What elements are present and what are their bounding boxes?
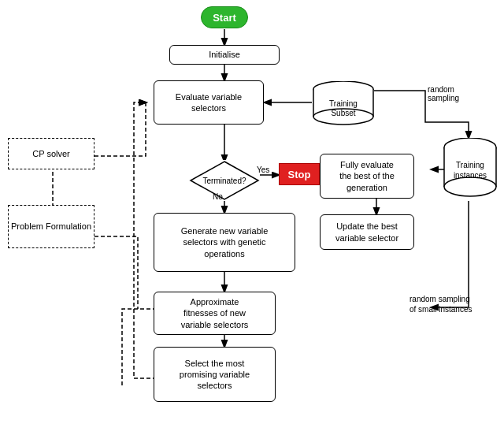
no-label: No	[213, 192, 223, 201]
start-label: Start	[213, 12, 236, 24]
training-instances-cylinder: Training instances	[443, 138, 498, 201]
svg-text:instances: instances	[454, 171, 487, 180]
initialise-label: Initialise	[209, 49, 240, 60]
fully-evaluate-box: Fully evaluate the best of the generatio…	[320, 154, 414, 199]
svg-text:Terminated?: Terminated?	[202, 177, 246, 185]
svg-text:Subset: Subset	[331, 109, 355, 117]
select-most-box: Select the most promising variable selec…	[154, 347, 276, 402]
training-subset-cylinder: Training Subset	[312, 81, 375, 125]
update-best-box: Update the best variable selector	[320, 214, 414, 250]
start-button[interactable]: Start	[201, 6, 248, 28]
flowchart: Start Initialise Evaluate variable selec…	[0, 0, 504, 424]
approximate-box: Approximate fitnesses of new variable se…	[154, 292, 276, 335]
cp-solver-box: CP solver	[8, 138, 94, 169]
random-sampling-small-label: random sampling of small instances	[410, 284, 472, 314]
approximate-label: Approximate fitnesses of new variable se…	[181, 296, 249, 330]
cp-solver-label: CP solver	[32, 148, 69, 159]
training-instances-shape: Training instances	[443, 138, 504, 424]
yes-label: Yes	[257, 166, 269, 174]
generate-new-box: Generate new variable selectors with gen…	[154, 213, 295, 272]
fully-evaluate-label: Fully evaluate the best of the generatio…	[339, 159, 395, 193]
svg-text:Training: Training	[329, 99, 358, 108]
select-most-label: Select the most promising variable selec…	[180, 358, 250, 392]
evaluate-label: Evaluate variable selectors	[176, 91, 242, 114]
terminated-diamond: Terminated?	[189, 160, 260, 201]
update-best-label: Update the best variable selector	[335, 221, 398, 244]
problem-formulation-box: Problem Formulation	[8, 205, 94, 248]
stop-label: Stop	[288, 169, 311, 180]
generate-new-label: Generate new variable selectors with gen…	[181, 225, 269, 259]
stop-button[interactable]: Stop	[279, 163, 320, 185]
svg-point-25	[444, 177, 496, 196]
evaluate-box: Evaluate variable selectors	[154, 80, 264, 125]
svg-text:Training: Training	[456, 161, 484, 169]
problem-formulation-label: Problem Formulation	[11, 221, 91, 232]
initialise-box: Initialise	[169, 45, 280, 65]
random-sampling-label: random sampling	[428, 85, 459, 102]
